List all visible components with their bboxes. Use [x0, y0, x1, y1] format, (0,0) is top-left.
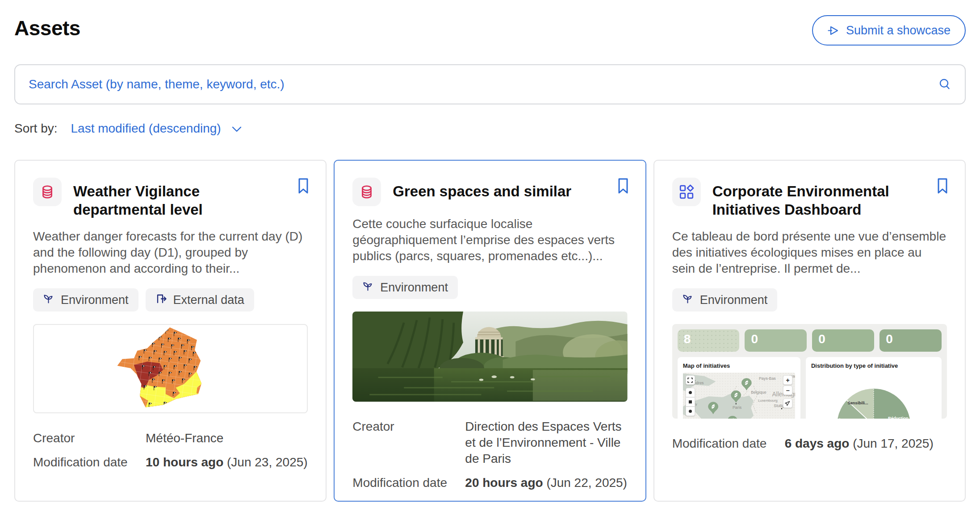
- pie-label: Réduction...: [888, 416, 912, 419]
- tag-environment[interactable]: Environment: [33, 288, 138, 312]
- tag-row: Environment: [672, 288, 947, 312]
- card-header: Green spaces and similar: [352, 178, 627, 206]
- kpi-tile: 0: [745, 329, 807, 352]
- card-title: Green spaces and similar: [393, 178, 571, 200]
- zoom-in-button: +: [783, 375, 792, 385]
- card-description: Cette couche surfacique localise géograp…: [352, 216, 627, 264]
- search-bar: [14, 64, 966, 104]
- draw-point-icon: [686, 388, 695, 397]
- pie-chart: Sensibili... Réduction... Économie ...: [811, 372, 936, 419]
- pie-label: Sensibili...: [847, 401, 868, 405]
- bookmark-icon[interactable]: [935, 177, 950, 197]
- sprout-icon: [43, 293, 54, 308]
- sprout-icon: [682, 293, 694, 308]
- preview-panels: Map of initiatives: [678, 357, 942, 419]
- dataset-icon: [33, 178, 62, 206]
- draw-rectangle-icon: [686, 397, 695, 407]
- submit-showcase-label: Submit a showcase: [846, 24, 951, 37]
- card-title: Weather Vigilance departmental level: [73, 178, 285, 219]
- card-footer: Creator Direction des Espaces Verts et d…: [352, 419, 627, 491]
- pie-panel: Distribution by type of initiative Sensi…: [806, 357, 942, 419]
- draw-circle-icon: [686, 407, 695, 416]
- modification-date-row: Modification date 6 days ago (Jun 17, 20…: [672, 436, 947, 452]
- creator-row: Creator Direction des Espaces Verts et d…: [352, 419, 627, 467]
- dataset-icon: [352, 178, 381, 206]
- fullscreen-icon: [686, 375, 695, 385]
- modification-date-row: Modification date 10 hours ago (Jun 23, …: [33, 454, 308, 470]
- send-icon: [827, 25, 839, 37]
- dashboard-icon: [672, 178, 701, 206]
- bookmark-icon[interactable]: [616, 177, 630, 197]
- modification-date-label: Modification date: [352, 475, 465, 491]
- tag-label: External data: [173, 293, 244, 307]
- tag-row: Environment: [352, 276, 627, 299]
- kpi-row: 8 0 0 0: [678, 329, 942, 352]
- card-description: Ce tableau de bord présente une vue d’en…: [672, 229, 947, 277]
- card-title: Corporate Environmental Initiatives Dash…: [712, 178, 924, 219]
- asset-thumbnail-park-photo: [352, 312, 627, 402]
- search-input[interactable]: [29, 77, 938, 91]
- external-data-icon: [155, 293, 167, 308]
- sprout-icon: [362, 280, 374, 295]
- card-footer: Creator Météo-France Modification date 1…: [33, 430, 308, 470]
- map-label: Pays-Bas: [759, 376, 776, 381]
- card-header: Corporate Environmental Initiatives Dash…: [672, 178, 947, 219]
- kpi-tile: 0: [879, 329, 942, 352]
- modification-date-value: 6 days ago (Jun 17, 2025): [785, 436, 947, 452]
- map-panel: Map of initiatives: [678, 357, 800, 419]
- asset-thumbnail-weather-map: [33, 324, 308, 413]
- modification-date-label: Modification date: [33, 454, 146, 470]
- creator-value: Météo-France: [146, 430, 308, 446]
- modification-date-label: Modification date: [672, 436, 785, 452]
- tag-label: Environment: [61, 293, 129, 307]
- park-photo-illustration: [352, 312, 627, 402]
- chevron-down-icon: [232, 121, 242, 136]
- map-label: Paris: [733, 405, 742, 410]
- kpi-tile: 8: [678, 329, 740, 352]
- zoom-out-button: −: [783, 386, 792, 395]
- kpi-tile: 0: [812, 329, 874, 352]
- france-vigilance-map: [111, 325, 230, 412]
- tag-label: Environment: [700, 293, 768, 307]
- sort-by-label: Sort by:: [14, 121, 57, 136]
- sort-dropdown-value: Last modified (descending): [71, 121, 221, 136]
- modification-date-row: Modification date 20 hours ago (Jun 22, …: [352, 475, 627, 491]
- card-header: Weather Vigilance departmental level: [33, 178, 308, 219]
- tag-label: Environment: [380, 281, 448, 295]
- asset-thumbnail-dashboard-preview: 8 0 0 0 Map of initiatives: [672, 324, 947, 419]
- asset-card-corporate-dashboard[interactable]: Corporate Environmental Initiatives Dash…: [653, 160, 966, 502]
- creator-label: Creator: [33, 430, 146, 446]
- asset-card-green-spaces[interactable]: Green spaces and similar Cette couche su…: [334, 160, 646, 502]
- pie-panel-title: Distribution by type of initiative: [811, 362, 936, 369]
- sort-dropdown[interactable]: Last modified (descending): [71, 121, 241, 136]
- tag-row: Environment External data: [33, 288, 308, 312]
- tag-environment[interactable]: Environment: [352, 276, 458, 299]
- map-label: Luxembourg: [758, 399, 778, 403]
- mini-map: Pays-Bas Hanovre Londres Allemagne Belgi…: [683, 373, 795, 419]
- asset-card-list: Weather Vigilance departmental level Wea…: [14, 160, 966, 502]
- map-label: Belgique: [751, 390, 766, 395]
- geolocate-icon: [783, 399, 792, 408]
- card-description: Weather danger forecasts for the current…: [33, 229, 308, 277]
- tag-environment[interactable]: Environment: [672, 288, 778, 312]
- sort-row: Sort by: Last modified (descending): [14, 121, 966, 136]
- submit-showcase-button[interactable]: Submit a showcase: [812, 15, 966, 46]
- assets-page: Assets Submit a showcase Sort by: Last m…: [0, 0, 980, 507]
- search-icon[interactable]: [938, 78, 951, 91]
- bookmark-icon[interactable]: [296, 177, 310, 197]
- asset-card-weather-vigilance[interactable]: Weather Vigilance departmental level Wea…: [14, 160, 327, 502]
- card-footer: Modification date 6 days ago (Jun 17, 20…: [672, 436, 947, 452]
- creator-row: Creator Météo-France: [33, 430, 308, 446]
- tag-external-data[interactable]: External data: [146, 288, 254, 312]
- modification-date-value: 10 hours ago (Jun 23, 2025): [146, 454, 308, 470]
- creator-value: Direction des Espaces Verts et de l’Envi…: [465, 419, 627, 467]
- pie-label: Économie ...: [838, 418, 863, 419]
- map-panel-title: Map of initiatives: [683, 362, 795, 369]
- modification-date-value: 20 hours ago (Jun 22, 2025): [465, 475, 627, 491]
- creator-label: Creator: [352, 419, 465, 467]
